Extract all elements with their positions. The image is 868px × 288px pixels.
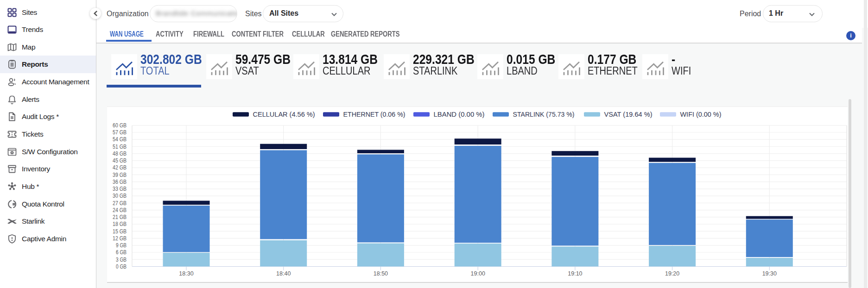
svg-text:19:30: 19:30 <box>762 270 777 277</box>
svg-text:19:10: 19:10 <box>568 270 582 277</box>
svg-text:57 GB: 57 GB <box>113 129 127 136</box>
svg-text:12 GB: 12 GB <box>113 235 127 242</box>
svg-text:42 GB: 42 GB <box>113 164 127 171</box>
svg-text:27 GB: 27 GB <box>113 200 127 207</box>
svg-text:VSAT (19.64 %): VSAT (19.64 %) <box>604 111 653 118</box>
svg-text:ETHERNET (0.06 %): ETHERNET (0.06 %) <box>343 111 405 118</box>
svg-text:54 GB: 54 GB <box>113 136 127 143</box>
svg-text:45 GB: 45 GB <box>113 157 127 164</box>
svg-text:3 GB: 3 GB <box>116 257 127 263</box>
svg-text:18:50: 18:50 <box>374 270 388 277</box>
svg-text:STARLINK (75.73 %): STARLINK (75.73 %) <box>513 111 575 118</box>
svg-text:30 GB: 30 GB <box>113 193 127 199</box>
svg-text:39 GB: 39 GB <box>113 172 127 178</box>
svg-text:60 GB: 60 GB <box>113 122 127 129</box>
svg-text:24 GB: 24 GB <box>113 207 127 213</box>
svg-text:LBAND (0.00 %): LBAND (0.00 %) <box>434 111 485 118</box>
svg-text:0 GB: 0 GB <box>116 263 127 270</box>
svg-text:19:20: 19:20 <box>665 270 679 277</box>
svg-text:36 GB: 36 GB <box>113 179 127 185</box>
svg-text:51 GB: 51 GB <box>113 144 127 150</box>
svg-text:33 GB: 33 GB <box>113 186 127 192</box>
svg-text:18 GB: 18 GB <box>113 221 127 227</box>
svg-text:48 GB: 48 GB <box>113 150 127 157</box>
svg-text:6 GB: 6 GB <box>116 249 127 256</box>
svg-text:21 GB: 21 GB <box>113 214 127 220</box>
svg-text:9 GB: 9 GB <box>116 242 127 249</box>
svg-text:18:30: 18:30 <box>179 270 193 277</box>
svg-text:CELLULAR (4.56 %): CELLULAR (4.56 %) <box>253 111 315 118</box>
svg-text:19:00: 19:00 <box>471 270 485 277</box>
svg-text:15 GB: 15 GB <box>113 228 127 235</box>
svg-text:18:40: 18:40 <box>276 270 291 277</box>
svg-text:WIFI (0.00 %): WIFI (0.00 %) <box>680 111 722 118</box>
